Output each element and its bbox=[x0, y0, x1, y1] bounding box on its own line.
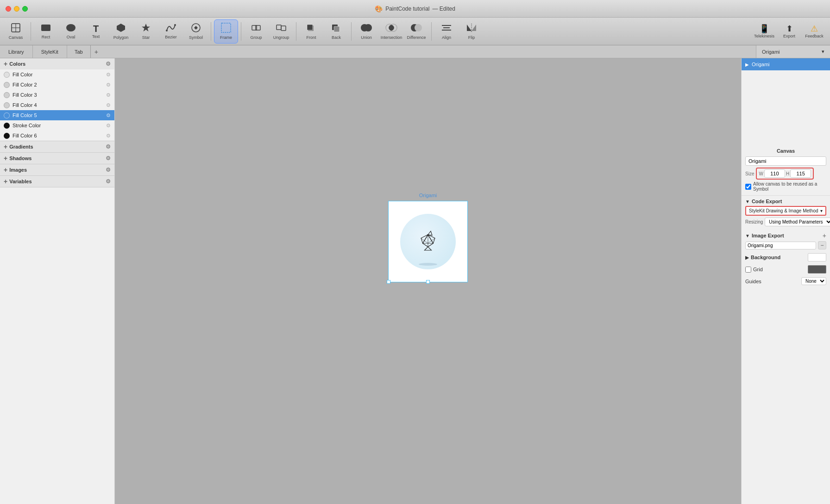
color-item-fill2[interactable]: Fill Color 2 ⚙ bbox=[0, 80, 114, 90]
polygon-tool[interactable]: Polygon bbox=[109, 19, 133, 44]
code-export-method-dropdown[interactable]: StyleKit Drawing & Image Method ▾ bbox=[745, 206, 826, 216]
grid-color-swatch[interactable] bbox=[808, 265, 826, 274]
stylekit-label: StyleKit bbox=[34, 49, 66, 55]
gradients-gear-icon[interactable]: ⚙ bbox=[106, 143, 111, 150]
shadows-section: + Shadows ⚙ bbox=[0, 153, 114, 164]
canvas-name-input[interactable] bbox=[745, 156, 826, 166]
image-export-filename-input[interactable] bbox=[745, 242, 816, 249]
fill-color-gear[interactable]: ⚙ bbox=[106, 72, 111, 78]
shadows-gear-icon[interactable]: ⚙ bbox=[106, 155, 111, 162]
union-tool[interactable]: Union bbox=[354, 19, 378, 44]
resizing-dropdown[interactable]: Using Method Parameters bbox=[765, 218, 830, 226]
image-export-add-button[interactable]: + bbox=[823, 232, 826, 239]
canvas-frame[interactable] bbox=[388, 201, 468, 282]
canvas-tool[interactable]: Canvas bbox=[4, 19, 28, 44]
feedback-tool[interactable]: ⚠ Feedback bbox=[802, 19, 826, 44]
code-export-collapse-icon[interactable]: ▼ bbox=[745, 199, 750, 204]
svg-rect-18 bbox=[334, 26, 340, 32]
oval-tool[interactable]: Oval bbox=[59, 19, 83, 44]
intersection-label: Intersection bbox=[381, 35, 402, 40]
bezier-tool[interactable]: Bezier bbox=[159, 19, 183, 44]
images-add-button[interactable]: + bbox=[4, 166, 7, 174]
symbol-checkbox[interactable] bbox=[745, 184, 751, 190]
frame-resize-handle-corner[interactable] bbox=[387, 280, 390, 284]
fill-color2-gear[interactable]: ⚙ bbox=[106, 82, 111, 88]
frame-icon bbox=[221, 23, 231, 34]
polygon-label: Polygon bbox=[113, 35, 129, 40]
origami-collapse-icon[interactable]: ▶ bbox=[745, 62, 749, 67]
ungroup-tool[interactable]: Ungroup bbox=[269, 19, 293, 44]
frame-resize-handle-bottom[interactable] bbox=[426, 280, 430, 284]
image-export-collapse-icon[interactable]: ▼ bbox=[745, 233, 750, 238]
variables-gear-icon[interactable]: ⚙ bbox=[106, 178, 111, 185]
canvas-area[interactable]: Origami bbox=[115, 58, 741, 504]
svg-marker-34 bbox=[425, 247, 432, 250]
toolbar-separator-4 bbox=[296, 22, 296, 41]
color-item-fill5[interactable]: Fill Color 5 ⚙ bbox=[0, 110, 114, 120]
front-tool[interactable]: Front bbox=[299, 19, 323, 44]
image-export-label: Image Export bbox=[752, 233, 784, 238]
fill-color4-gear[interactable]: ⚙ bbox=[106, 102, 111, 108]
color-item-fill6[interactable]: Fill Color 6 ⚙ bbox=[0, 131, 114, 141]
svg-point-8 bbox=[174, 24, 176, 26]
grid-checkbox[interactable] bbox=[745, 267, 751, 273]
images-section: + Images ⚙ bbox=[0, 164, 114, 176]
star-tool[interactable]: Star bbox=[134, 19, 158, 44]
guides-row: Guides None bbox=[742, 275, 830, 287]
symbol-checkbox-label: Allow canvas to be reused as a Symbol bbox=[753, 181, 826, 192]
height-input[interactable] bbox=[790, 169, 811, 178]
variables-add-button[interactable]: + bbox=[4, 178, 7, 185]
symbol-tool[interactable]: Symbol bbox=[184, 19, 208, 44]
images-title: Images bbox=[9, 167, 27, 173]
colors-add-button[interactable]: + bbox=[4, 60, 7, 68]
gradients-header: + Gradients ⚙ bbox=[0, 141, 114, 152]
width-input[interactable] bbox=[764, 169, 785, 178]
export-tool[interactable]: ⬆ Export bbox=[777, 19, 801, 44]
rect-label: Rect bbox=[42, 35, 50, 39]
add-tab-button[interactable]: + bbox=[91, 48, 102, 56]
text-tool[interactable]: T Text bbox=[84, 19, 108, 44]
origami-dropdown[interactable]: Origami ▾ bbox=[756, 45, 830, 58]
frame-tool[interactable]: Frame bbox=[214, 19, 238, 44]
color-item-fill4[interactable]: Fill Color 4 ⚙ bbox=[0, 100, 114, 110]
color-item-fill3[interactable]: Fill Color 3 ⚙ bbox=[0, 90, 114, 100]
text-label: Text bbox=[92, 34, 100, 39]
back-tool[interactable]: Back bbox=[324, 19, 348, 44]
polygon-icon bbox=[116, 23, 126, 34]
oval-label: Oval bbox=[67, 35, 75, 39]
telekinesis-icon: 📱 bbox=[759, 25, 769, 33]
intersection-icon bbox=[385, 23, 398, 34]
gradients-add-button[interactable]: + bbox=[4, 143, 7, 150]
fill-color6-gear[interactable]: ⚙ bbox=[106, 133, 111, 139]
size-inputs-wrapper: W H bbox=[756, 168, 814, 180]
flip-tool[interactable]: Flip bbox=[459, 19, 484, 44]
colors-header: + Colors ⚙ bbox=[0, 58, 114, 69]
image-export-section: ▼ Image Export + − bbox=[742, 229, 830, 251]
resizing-label: Resizing bbox=[745, 219, 763, 224]
stroke-color-gear[interactable]: ⚙ bbox=[106, 123, 111, 129]
background-collapse-icon[interactable]: ▶ bbox=[745, 255, 749, 260]
background-color-swatch[interactable] bbox=[808, 253, 826, 261]
rect-tool[interactable]: Rect bbox=[34, 19, 58, 44]
align-tool[interactable]: Align bbox=[434, 19, 459, 44]
guides-select[interactable]: None bbox=[801, 277, 826, 285]
group-tool[interactable]: Group bbox=[244, 19, 268, 44]
telekinesis-tool[interactable]: 📱 Telekinesis bbox=[752, 19, 776, 44]
colors-gear-icon[interactable]: ⚙ bbox=[106, 61, 111, 67]
maximize-button[interactable] bbox=[22, 6, 28, 12]
canvas-label: Canvas bbox=[9, 35, 23, 40]
color-item-fill[interactable]: Fill Color ⚙ bbox=[0, 69, 114, 80]
tab-item[interactable]: Tab bbox=[67, 45, 91, 58]
shadows-add-button[interactable]: + bbox=[4, 155, 7, 162]
close-button[interactable] bbox=[6, 6, 11, 12]
fill-color5-gear[interactable]: ⚙ bbox=[106, 112, 111, 118]
grid-label: Grid bbox=[745, 267, 763, 273]
images-gear-icon[interactable]: ⚙ bbox=[106, 167, 111, 173]
image-export-remove-button[interactable]: − bbox=[818, 241, 826, 249]
svg-marker-35 bbox=[428, 231, 432, 236]
minimize-button[interactable] bbox=[14, 6, 19, 12]
color-item-stroke[interactable]: Stroke Color ⚙ bbox=[0, 120, 114, 131]
fill-color3-gear[interactable]: ⚙ bbox=[106, 92, 111, 98]
intersection-tool[interactable]: Intersection bbox=[379, 19, 403, 44]
difference-tool[interactable]: Difference bbox=[404, 19, 428, 44]
